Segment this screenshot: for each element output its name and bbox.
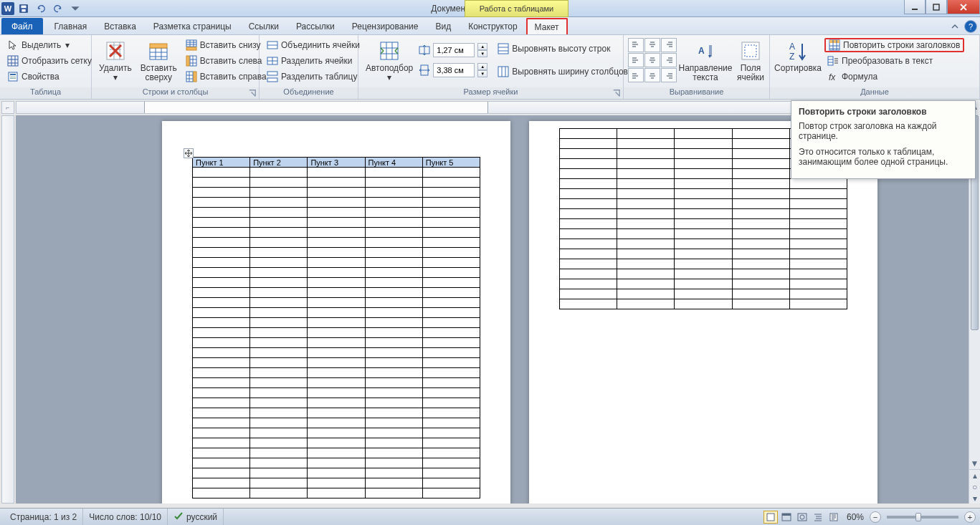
- svg-rect-27: [498, 67, 508, 77]
- width-up[interactable]: ▲: [477, 63, 487, 70]
- collapse-ribbon-button[interactable]: [948, 20, 961, 33]
- table-move-handle[interactable]: [184, 148, 194, 158]
- group-label-cellsize: Размер ячейки: [358, 87, 623, 99]
- tab-insert[interactable]: Вставка: [95, 18, 145, 34]
- split-cells-button[interactable]: Разделить ячейки: [264, 54, 363, 68]
- draft-view[interactable]: [827, 511, 841, 524]
- zoom-level[interactable]: 60%: [847, 512, 864, 522]
- grid-icon: [7, 55, 19, 67]
- distribute-rows-button[interactable]: Выровнять высоту строк: [495, 38, 631, 59]
- split-table-button[interactable]: Разделить таблицу: [264, 69, 363, 84]
- status-words[interactable]: Число слов: 10/10: [83, 509, 168, 525]
- group-label-align: Выравнивание: [624, 87, 769, 99]
- align-bot-left[interactable]: [628, 68, 644, 82]
- cell-margins-button[interactable]: Поля ячейки: [734, 38, 767, 85]
- tab-page-layout[interactable]: Разметка страницы: [145, 18, 240, 34]
- help-button[interactable]: ?: [964, 20, 977, 33]
- zoom-out-button[interactable]: −: [870, 511, 881, 523]
- ribbon-tabs: Файл Главная Вставка Разметка страницы С…: [0, 17, 980, 35]
- merge-cells-button[interactable]: Объединить ячейки: [264, 38, 363, 52]
- full-screen-view[interactable]: [779, 511, 794, 524]
- distribute-cols-icon: [498, 66, 509, 77]
- tab-file[interactable]: Файл: [1, 18, 43, 34]
- undo-button[interactable]: [33, 1, 49, 16]
- next-page-button[interactable]: ▾: [969, 493, 980, 504]
- formula-button[interactable]: fxФормула: [824, 69, 964, 84]
- minimize-button[interactable]: [904, 0, 926, 14]
- tab-review[interactable]: Рецензирование: [343, 18, 427, 34]
- align-mid-right[interactable]: [661, 53, 677, 67]
- row-height-field[interactable]: ▲▼: [419, 42, 487, 58]
- convert-text-icon: [827, 55, 839, 67]
- zoom-in-button[interactable]: +: [964, 511, 976, 523]
- text-direction-button[interactable]: A Направление текста: [680, 38, 731, 85]
- align-top-left[interactable]: [628, 38, 644, 52]
- align-bot-right[interactable]: [661, 68, 677, 82]
- save-button[interactable]: [16, 1, 32, 16]
- convert-to-text-button[interactable]: Преобразовать в текст: [824, 54, 964, 68]
- insert-below-button[interactable]: Вставить снизу: [183, 38, 270, 52]
- browse-object-button[interactable]: ○: [969, 481, 980, 493]
- web-layout-view[interactable]: [795, 511, 809, 524]
- svg-text:fx: fx: [829, 72, 836, 82]
- svg-rect-18: [194, 72, 196, 82]
- qat-customize-dropdown[interactable]: [67, 1, 83, 16]
- status-page[interactable]: Страница: 1 из 2: [4, 509, 83, 525]
- ruler-corner[interactable]: ⌐: [1, 101, 14, 114]
- sort-icon: AZ: [786, 39, 809, 62]
- zoom-slider[interactable]: [887, 516, 958, 519]
- insert-left-button[interactable]: Вставить слева: [183, 54, 270, 68]
- insert-right-button[interactable]: Вставить справа: [183, 69, 270, 84]
- document-table-page1[interactable]: Пункт 1Пункт 2Пункт 3Пункт 4Пункт 5: [192, 157, 480, 498]
- repeat-header-rows-button[interactable]: Повторить строки заголовков: [824, 38, 964, 52]
- distribute-cols-button[interactable]: Выровнять ширину столбцов: [495, 61, 631, 82]
- tab-view[interactable]: Вид: [427, 18, 460, 34]
- align-bot-center[interactable]: [644, 68, 660, 82]
- align-top-right[interactable]: [661, 38, 677, 52]
- print-layout-view[interactable]: [763, 511, 778, 524]
- height-down[interactable]: ▼: [477, 50, 487, 57]
- vertical-ruler[interactable]: [1, 115, 14, 504]
- tab-design[interactable]: Конструктор: [460, 18, 525, 34]
- text-direction-icon: A: [694, 39, 717, 62]
- select-button[interactable]: Выделить▾: [4, 38, 95, 52]
- tab-layout[interactable]: Макет: [526, 18, 568, 34]
- svg-rect-3: [912, 9, 918, 10]
- status-language[interactable]: русский: [168, 509, 224, 525]
- svg-rect-35: [828, 57, 833, 65]
- height-up[interactable]: ▲: [477, 43, 487, 50]
- svg-rect-1: [22, 5, 27, 8]
- status-bar: Страница: 1 из 2 Число слов: 10/10 русск…: [0, 508, 980, 525]
- align-top-center[interactable]: [644, 38, 660, 52]
- tooltip-repeat-header: Повторить строки заголовков Повтор строк…: [791, 100, 976, 179]
- cellsize-launcher[interactable]: [612, 88, 622, 98]
- rowscols-launcher[interactable]: [247, 88, 257, 98]
- svg-rect-12: [150, 44, 167, 48]
- svg-rect-26: [498, 44, 508, 54]
- maximize-button[interactable]: [926, 0, 947, 14]
- svg-text:A: A: [698, 46, 705, 56]
- delete-button[interactable]: Удалить▾: [96, 38, 135, 85]
- redo-button[interactable]: [50, 1, 66, 16]
- insert-above-button[interactable]: Вставить сверху: [138, 38, 180, 85]
- close-button[interactable]: [947, 0, 980, 14]
- outline-view[interactable]: [811, 511, 825, 524]
- row-height-icon: [419, 44, 430, 56]
- prev-page-button[interactable]: ▴: [969, 470, 980, 481]
- row-height-input[interactable]: [433, 43, 475, 57]
- view-gridlines-button[interactable]: Отобразить сетку: [4, 54, 95, 68]
- align-mid-left[interactable]: [628, 53, 644, 67]
- scroll-down[interactable]: ▼: [969, 458, 980, 469]
- insert-below-icon: [186, 39, 197, 51]
- tab-home[interactable]: Главная: [46, 18, 96, 34]
- width-down[interactable]: ▼: [477, 70, 487, 77]
- col-width-field[interactable]: ▲▼: [419, 62, 487, 78]
- autofit-button[interactable]: Автоподбор▾: [363, 38, 416, 85]
- split-table-icon: [267, 71, 278, 82]
- tab-references[interactable]: Ссылки: [240, 18, 287, 34]
- properties-button[interactable]: Свойства: [4, 69, 95, 84]
- sort-button[interactable]: AZ Сортировка: [774, 38, 822, 85]
- tab-mailings[interactable]: Рассылки: [287, 18, 343, 34]
- align-mid-center[interactable]: [644, 53, 660, 67]
- col-width-input[interactable]: [433, 63, 475, 77]
